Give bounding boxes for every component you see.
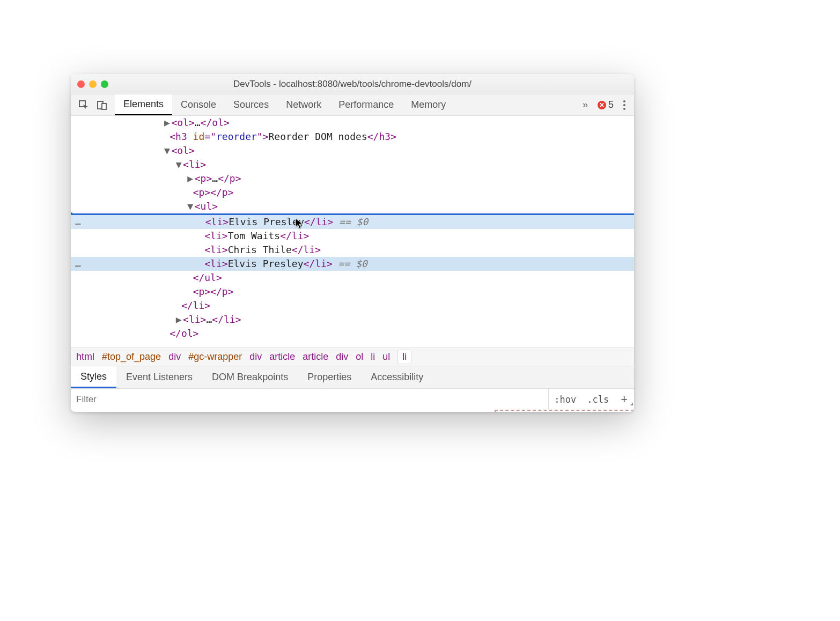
- zoom-window-button[interactable]: [101, 80, 108, 88]
- styles-filter-row: :hov .cls +: [71, 388, 634, 410]
- dom-node[interactable]: </ol>: [71, 327, 634, 341]
- tab-elements[interactable]: Elements: [115, 94, 172, 115]
- subtab-properties[interactable]: Properties: [298, 366, 361, 388]
- crumb[interactable]: div: [168, 351, 181, 363]
- dom-node[interactable]: ▶<li>…</li>: [71, 313, 634, 327]
- traffic-lights: [77, 80, 108, 88]
- dom-tree[interactable]: ▶<ol>…</ol> <h3 id="reorder">Reorder DOM…: [71, 116, 634, 348]
- dom-node[interactable]: <li>Tom Waits</li>: [71, 229, 634, 243]
- error-badge[interactable]: ✕ 5: [598, 99, 614, 110]
- dom-node-selected[interactable]: <li>Elvis Presley</li> == $0: [71, 257, 634, 271]
- crumb[interactable]: ul: [382, 351, 390, 363]
- close-window-button[interactable]: [77, 80, 85, 88]
- dom-node[interactable]: <p></p>: [71, 186, 634, 199]
- more-tabs-icon[interactable]: »: [579, 99, 591, 110]
- hov-toggle[interactable]: :hov: [549, 394, 581, 405]
- error-icon: ✕: [598, 101, 606, 109]
- crumb[interactable]: li: [371, 351, 375, 363]
- devtools-window: DevTools - localhost:8080/web/tools/chro…: [71, 74, 634, 412]
- dom-node[interactable]: ▶<ol>…</ol>: [71, 116, 634, 130]
- window-title: DevTools - localhost:8080/web/tools/chro…: [77, 79, 628, 90]
- dom-node[interactable]: ▶<p>…</p>: [71, 172, 634, 186]
- bottom-strip: [71, 410, 634, 412]
- subtab-styles[interactable]: Styles: [71, 366, 116, 388]
- filter-input[interactable]: [71, 389, 548, 410]
- settings-menu-icon[interactable]: [620, 100, 629, 110]
- crumb[interactable]: div: [249, 351, 262, 363]
- crumb[interactable]: #top_of_page: [102, 351, 161, 363]
- tab-memory[interactable]: Memory: [402, 94, 454, 115]
- breadcrumb: html #top_of_page div #gc-wrapper div ar…: [71, 348, 634, 366]
- crumb[interactable]: div: [336, 351, 348, 363]
- subtab-accessibility[interactable]: Accessibility: [361, 366, 433, 388]
- crumb[interactable]: article: [303, 351, 328, 363]
- tab-performance[interactable]: Performance: [330, 94, 402, 115]
- dom-node[interactable]: ▼<ul>: [71, 199, 634, 213]
- dom-node[interactable]: <p></p>: [71, 285, 634, 299]
- tab-network[interactable]: Network: [277, 94, 330, 115]
- dom-node[interactable]: <h3 id="reorder">Reorder DOM nodes</h3>: [71, 130, 634, 144]
- inspect-element-icon[interactable]: [78, 100, 89, 110]
- crumb[interactable]: html: [76, 351, 94, 363]
- crumb[interactable]: ol: [356, 351, 363, 363]
- styles-panel-tabs: Styles Event Listeners DOM Breakpoints P…: [71, 366, 634, 388]
- dom-node-drag-target[interactable]: <li>Elvis Presley</li> == $0: [71, 215, 634, 229]
- tab-console[interactable]: Console: [172, 94, 225, 115]
- box-model-preview-edge: [495, 410, 634, 412]
- error-count: 5: [608, 99, 614, 110]
- main-toolbar: Elements Console Sources Network Perform…: [71, 94, 634, 116]
- dom-node[interactable]: </ul>: [71, 271, 634, 285]
- svg-rect-2: [102, 104, 106, 109]
- dom-node[interactable]: <li>Chris Thile</li>: [71, 243, 634, 257]
- tab-sources[interactable]: Sources: [225, 94, 277, 115]
- new-style-rule-button[interactable]: +: [614, 393, 634, 406]
- crumb-selected[interactable]: li: [397, 350, 411, 364]
- titlebar: DevTools - localhost:8080/web/tools/chro…: [71, 74, 634, 94]
- subtab-event-listeners[interactable]: Event Listeners: [116, 366, 202, 388]
- device-toolbar-icon[interactable]: [97, 100, 107, 110]
- panel-tabs: Elements Console Sources Network Perform…: [115, 94, 454, 115]
- dom-node[interactable]: </li>: [71, 299, 634, 313]
- dom-node[interactable]: ▼<ol>: [71, 144, 634, 158]
- subtab-dom-breakpoints[interactable]: DOM Breakpoints: [202, 366, 298, 388]
- crumb[interactable]: #gc-wrapper: [188, 351, 242, 363]
- dom-node[interactable]: ▼<li>: [71, 158, 634, 172]
- crumb[interactable]: article: [269, 351, 295, 363]
- cls-toggle[interactable]: .cls: [581, 394, 614, 405]
- minimize-window-button[interactable]: [89, 80, 97, 88]
